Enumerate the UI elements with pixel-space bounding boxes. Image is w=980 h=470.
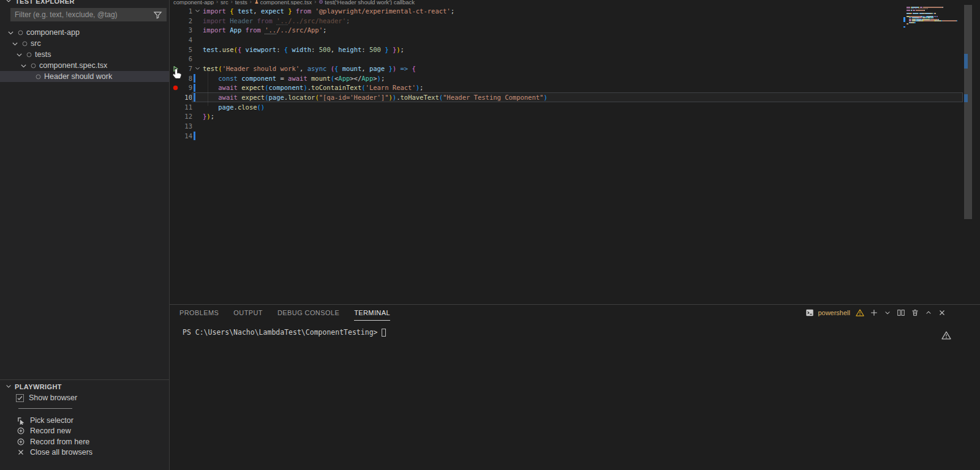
close-icon[interactable]	[938, 308, 946, 317]
code-line-3[interactable]: 3import App from '../../src/App';	[170, 25, 980, 35]
fold-chevron-icon[interactable]	[192, 65, 203, 72]
line-number: 11	[181, 103, 192, 111]
gutter-decorations	[170, 6, 181, 16]
tab-terminal[interactable]: TERMINAL	[354, 305, 390, 321]
tree-item-label: component-app	[26, 28, 80, 37]
trash-icon[interactable]	[911, 308, 919, 317]
playwright-action-record-new[interactable]: Record new	[0, 426, 169, 437]
tree-item-component-spec-tsx[interactable]: component.spec.tsx	[0, 60, 169, 71]
breadcrumb-item[interactable]: component.spec.tsx	[254, 0, 312, 5]
breadcrumb-item[interactable]: src	[221, 0, 228, 5]
tab-problems[interactable]: PROBLEMS	[179, 305, 219, 321]
code-token: test	[238, 7, 253, 15]
tab-debug-console[interactable]: DEBUG CONSOLE	[277, 305, 339, 321]
gutter-decorations	[170, 121, 181, 131]
split-terminal-icon[interactable]	[897, 308, 905, 317]
plus-icon[interactable]	[870, 308, 878, 317]
code-text: test('Header should work', async ({ moun…	[203, 65, 416, 72]
chevron-down-icon	[11, 40, 19, 48]
gutter-decorations	[170, 64, 181, 73]
code-line-4[interactable]: 4	[170, 35, 980, 45]
code-token: /../src/App'	[276, 26, 323, 34]
breadcrumb-item[interactable]: test('Header should work') callback	[318, 0, 415, 5]
action-label: Record new	[30, 427, 71, 435]
code-token: '..	[265, 26, 276, 34]
chevron-down-icon[interactable]	[884, 309, 891, 316]
circle-icon	[29, 62, 37, 70]
minimap[interactable]	[907, 7, 964, 28]
filter-icon[interactable]	[153, 10, 162, 20]
terminal-cursor	[382, 329, 386, 337]
terminal-shell-icon[interactable]	[805, 308, 814, 317]
tree-item-component-app[interactable]: component-app	[0, 27, 169, 38]
editor-scrollbar[interactable]	[964, 5, 972, 219]
breadcrumb-item[interactable]: tests	[235, 0, 247, 5]
code-token: component	[241, 75, 276, 82]
modified-line-indicator	[194, 93, 195, 102]
terminal-warning-icon[interactable]	[941, 330, 951, 343]
code-line-2[interactable]: 2import Header from '../../src/header';	[170, 16, 980, 26]
gutter-decorations	[170, 25, 181, 35]
chevron-down-icon	[7, 29, 15, 37]
tree-item-header-should-work[interactable]: Header should work	[0, 71, 169, 82]
terminal[interactable]: PS C:\Users\Nacho\LambdaTest\ComponentTe…	[183, 328, 386, 337]
code-line-1[interactable]: 1import { test, expect } from '@playwrig…	[170, 6, 980, 16]
code-token: expect	[261, 7, 284, 15]
code-line-13[interactable]: 13	[170, 121, 980, 131]
code-token: ,	[331, 46, 339, 53]
gutter-decorations	[170, 73, 181, 83]
line-number: 1	[181, 7, 192, 15]
chevron-up-icon[interactable]	[925, 309, 932, 316]
playwright-header[interactable]: PLAYWRIGHT	[0, 381, 169, 392]
modified-line-indicator	[194, 132, 195, 140]
show-browser-row[interactable]: Show browser	[0, 392, 169, 403]
code-text: const component = await mount(<App></App…	[203, 75, 385, 82]
tree-item-tests[interactable]: tests	[0, 49, 169, 60]
code-token: ;	[401, 46, 404, 53]
code-line-12[interactable]: 12});	[170, 112, 980, 122]
code-token: use	[222, 46, 234, 53]
chevron-down-icon	[5, 382, 12, 391]
code-line-8[interactable]: 8 const component = await mount(<App></A…	[170, 73, 980, 83]
tab-output[interactable]: OUTPUT	[233, 305, 263, 321]
line-number: 6	[181, 55, 192, 62]
code-line-6[interactable]: 6	[170, 54, 980, 64]
code-line-5[interactable]: 5test.use({ viewport: { width: 500, heig…	[170, 45, 980, 54]
breadcrumb-item[interactable]: component-app	[173, 0, 214, 5]
breadcrumb-separator: ›	[231, 0, 233, 5]
tree-item-src[interactable]: src	[0, 38, 169, 49]
code-line-11[interactable]: 11 page.close()	[170, 102, 980, 112]
playwright-section: PLAYWRIGHT Show browser Pick selectorRec…	[0, 379, 169, 458]
show-browser-checkbox[interactable]	[16, 394, 24, 402]
warning-icon[interactable]	[856, 308, 864, 317]
circle-icon	[34, 73, 42, 81]
action-label: Close all browsers	[30, 448, 92, 457]
breadcrumb-separator: ›	[250, 0, 252, 5]
playwright-action-pick-selector[interactable]: Pick selector	[0, 415, 169, 426]
code-token: height	[338, 46, 361, 53]
code-text: import Header from '../../src/header';	[203, 17, 350, 24]
code-token: "[qa-id='Header']"	[319, 94, 389, 101]
test-explorer-header[interactable]: TEST EXPLORER	[5, 0, 75, 5]
fold-chevron-icon[interactable]	[192, 7, 203, 14]
code-token	[203, 103, 218, 111]
code-line-14[interactable]: 14	[170, 131, 980, 141]
code-token: import	[203, 7, 226, 15]
code-token: '..	[276, 17, 288, 25]
code-token: /../src/header'	[288, 17, 346, 24]
code-token: page	[218, 103, 233, 111]
code-line-7[interactable]: 7test('Header should work', async ({ mou…	[170, 64, 980, 73]
minimap-change-mark	[903, 26, 905, 28]
playwright-action-close-all-browsers[interactable]: Close all browsers	[0, 447, 169, 458]
code-token: :	[361, 46, 369, 53]
filter-input[interactable]	[10, 10, 153, 19]
code-line-10[interactable]: 10 await expect(page.locator("[qa-id='He…	[170, 92, 980, 102]
code-token	[203, 84, 218, 91]
code-token: ;	[381, 75, 385, 82]
code-token: expect	[241, 84, 265, 91]
playwright-action-record-from-here[interactable]: Record from here	[0, 436, 169, 447]
tree-item-label: tests	[35, 50, 51, 59]
code-token: test	[203, 65, 218, 72]
shell-label[interactable]: powershell	[818, 309, 850, 316]
code-line-9[interactable]: 9 await expect(component).toContainText(…	[170, 83, 980, 93]
